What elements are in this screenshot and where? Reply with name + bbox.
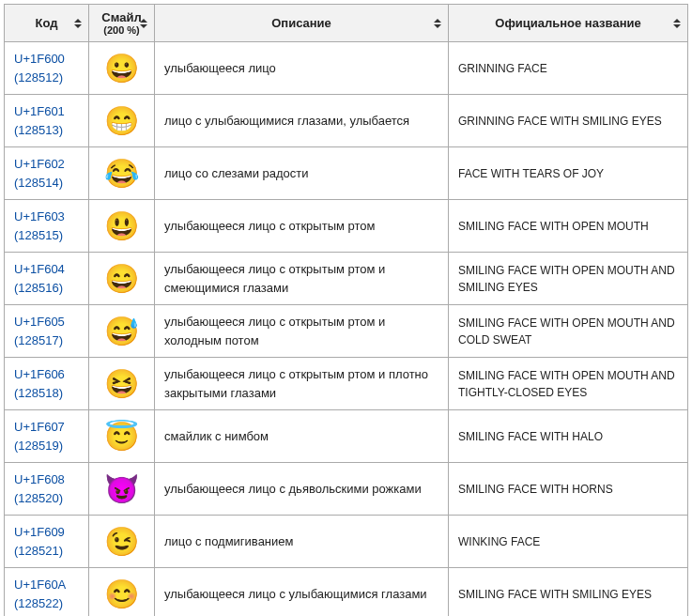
- decimal-value: (128521): [14, 542, 79, 561]
- cell-description: смайлик с нимбом: [155, 410, 449, 463]
- cell-emoji: 😈: [89, 463, 155, 516]
- table-row: U+1F606(128518)😆улыбающееся лицо с откры…: [5, 358, 688, 410]
- decimal-value: (128519): [14, 437, 79, 455]
- cell-emoji: 😂: [89, 147, 155, 200]
- decimal-value: (128516): [14, 279, 79, 298]
- unicode-value: U+1F605: [14, 313, 79, 331]
- cell-description: улыбающееся лицо: [155, 42, 449, 95]
- decimal-value: (128512): [14, 69, 79, 87]
- cell-description: лицо с улыбающимися глазами, улыбается: [155, 95, 449, 147]
- cell-description: улыбающееся лицо с улыбающимися глазами: [155, 568, 449, 617]
- col-header-name-label: Официальное название: [495, 16, 640, 30]
- col-header-code-label: Код: [36, 16, 58, 30]
- cell-official-name: GRINNING FACE: [449, 42, 688, 95]
- table-row: U+1F601(128513)😁лицо с улыбающимися глаз…: [5, 95, 688, 147]
- cell-official-name: SMILING FACE WITH OPEN MOUTH: [449, 200, 688, 253]
- unicode-value: U+1F607: [14, 418, 79, 437]
- col-header-emoji[interactable]: Смайл (200 %): [89, 5, 155, 42]
- cell-emoji: 😅: [89, 305, 155, 358]
- cell-description: лицо со слезами радости: [155, 147, 449, 200]
- cell-official-name: SMILING FACE WITH OPEN MOUTH AND TIGHTLY…: [449, 358, 688, 410]
- decimal-value: (128522): [14, 594, 79, 613]
- unicode-value: U+1F604: [14, 260, 79, 279]
- cell-code: U+1F601(128513): [5, 95, 89, 147]
- cell-code: U+1F60A(128522): [5, 568, 89, 617]
- cell-emoji: 😇: [89, 410, 155, 463]
- decimal-value: (128515): [14, 226, 79, 245]
- header-row: Код Смайл (200 %) Описание Официальное н…: [5, 5, 688, 42]
- table-row: U+1F608(128520)😈улыбающееся лицо с дьяво…: [5, 463, 688, 516]
- unicode-value: U+1F600: [14, 50, 79, 69]
- cell-emoji: 😆: [89, 358, 155, 410]
- unicode-value: U+1F608: [14, 470, 79, 489]
- cell-official-name: SMILING FACE WITH OPEN MOUTH AND SMILING…: [449, 253, 688, 305]
- cell-emoji: 😉: [89, 516, 155, 568]
- cell-code: U+1F603(128515): [5, 200, 89, 253]
- cell-official-name: SMILING FACE WITH HALO: [449, 410, 688, 463]
- cell-official-name: SMILING FACE WITH OPEN MOUTH AND COLD SW…: [449, 305, 688, 358]
- cell-official-name: WINKING FACE: [449, 516, 688, 568]
- unicode-value: U+1F606: [14, 365, 79, 384]
- unicode-value: U+1F602: [14, 155, 79, 174]
- cell-description: улыбающееся лицо с открытым ртом и плотн…: [155, 358, 449, 410]
- table-row: U+1F600(128512)😀улыбающееся лицоGRINNING…: [5, 42, 688, 95]
- cell-emoji: 😃: [89, 200, 155, 253]
- unicode-value: U+1F603: [14, 208, 79, 226]
- col-header-desc[interactable]: Описание: [155, 5, 449, 42]
- unicode-value: U+1F60A: [14, 576, 79, 594]
- cell-emoji: 😁: [89, 95, 155, 147]
- decimal-value: (128520): [14, 489, 79, 508]
- col-header-code[interactable]: Код: [5, 5, 89, 42]
- col-header-desc-label: Описание: [271, 16, 331, 30]
- table-row: U+1F605(128517)😅улыбающееся лицо с откры…: [5, 305, 688, 358]
- sort-icon[interactable]: [672, 16, 682, 31]
- cell-code: U+1F609(128521): [5, 516, 89, 568]
- sort-icon[interactable]: [139, 16, 148, 31]
- cell-emoji: 😄: [89, 253, 155, 305]
- cell-official-name: FACE WITH TEARS OF JOY: [449, 147, 688, 200]
- col-header-emoji-label: Смайл: [101, 10, 141, 24]
- cell-official-name: SMILING FACE WITH SMILING EYES: [449, 568, 688, 617]
- cell-description: улыбающееся лицо с открытым ртом и холод…: [155, 305, 449, 358]
- cell-official-name: GRINNING FACE WITH SMILING EYES: [449, 95, 688, 147]
- cell-code: U+1F604(128516): [5, 253, 89, 305]
- table-row: U+1F609(128521)😉лицо с подмигиваниемWINK…: [5, 516, 688, 568]
- decimal-value: (128517): [14, 331, 79, 350]
- table-row: U+1F604(128516)😄улыбающееся лицо с откры…: [5, 253, 688, 305]
- cell-code: U+1F607(128519): [5, 410, 89, 463]
- cell-description: улыбающееся лицо с открытым ртом: [155, 200, 449, 253]
- col-header-name[interactable]: Официальное название: [449, 5, 688, 42]
- cell-code: U+1F600(128512): [5, 42, 89, 95]
- table-row: U+1F602(128514)😂лицо со слезами радостиF…: [5, 147, 688, 200]
- cell-code: U+1F605(128517): [5, 305, 89, 358]
- sort-icon[interactable]: [73, 16, 83, 31]
- unicode-value: U+1F609: [14, 523, 79, 542]
- cell-emoji: 😊: [89, 568, 155, 617]
- cell-description: улыбающееся лицо с дьявольскими рожками: [155, 463, 449, 516]
- unicode-value: U+1F601: [14, 102, 79, 121]
- decimal-value: (128514): [14, 174, 79, 192]
- sort-icon[interactable]: [433, 16, 442, 31]
- decimal-value: (128518): [14, 384, 79, 403]
- cell-code: U+1F602(128514): [5, 147, 89, 200]
- cell-official-name: SMILING FACE WITH HORNS: [449, 463, 688, 516]
- emoji-table: Код Смайл (200 %) Описание Официальное н…: [4, 4, 688, 616]
- cell-code: U+1F606(128518): [5, 358, 89, 410]
- decimal-value: (128513): [14, 121, 79, 140]
- cell-description: улыбающееся лицо с открытым ртом и смеющ…: [155, 253, 449, 305]
- table-row: U+1F607(128519)😇смайлик с нимбомSMILING …: [5, 410, 688, 463]
- table-row: U+1F603(128515)😃улыбающееся лицо с откры…: [5, 200, 688, 253]
- cell-code: U+1F608(128520): [5, 463, 89, 516]
- table-row: U+1F60A(128522)😊улыбающееся лицо с улыба…: [5, 568, 688, 617]
- cell-description: лицо с подмигиванием: [155, 516, 449, 568]
- cell-emoji: 😀: [89, 42, 155, 95]
